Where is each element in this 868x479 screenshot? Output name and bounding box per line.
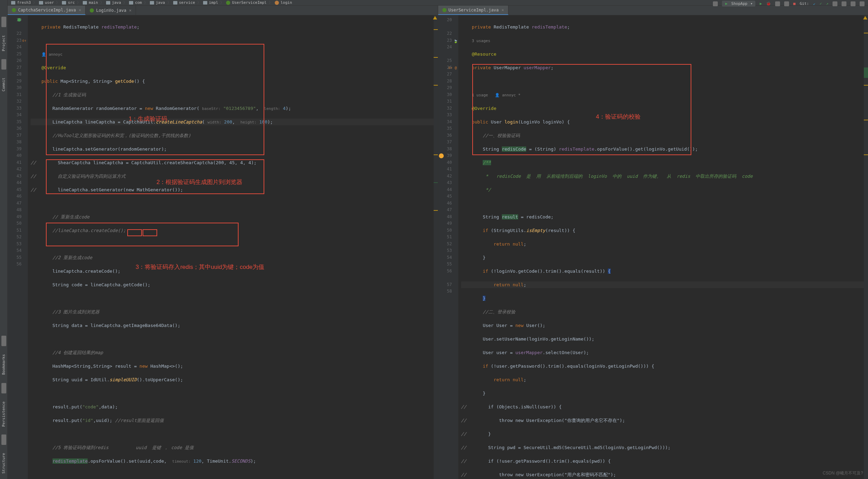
author-inlay: 👤 annoyc bbox=[41, 52, 62, 57]
tab-login-vo[interactable]: LoginVo.java × bbox=[86, 6, 136, 15]
inspection-indicator-icon[interactable] bbox=[433, 16, 437, 19]
sidebar-structure[interactable]: Structure bbox=[1, 448, 6, 479]
override-icon[interactable]: o↑ bbox=[22, 37, 26, 44]
breadcrumb[interactable]: fresh3〉 user〉 src〉 main〉 java〉 com〉 java… bbox=[8, 0, 868, 6]
hammer-icon[interactable] bbox=[713, 1, 718, 6]
java-class-icon bbox=[90, 8, 94, 13]
left-tool-sidebar[interactable]: Project Commit Bookmarks Persistence Str… bbox=[0, 0, 8, 479]
git-commit-icon[interactable]: ✓ bbox=[820, 1, 822, 6]
code-area-right[interactable]: 20 22 23🍃 24 25 26 o↑ @ 27 28 29 30 31 3… bbox=[438, 15, 868, 479]
code-left[interactable]: private RedisTemplate redisTemplate; 👤 a… bbox=[28, 15, 434, 479]
search-icon[interactable] bbox=[851, 1, 855, 6]
close-icon[interactable]: × bbox=[501, 8, 504, 13]
tabs-left: CaptchaServiceImpl.java × LoginVo.java × bbox=[8, 6, 438, 15]
folder-icon bbox=[203, 1, 207, 5]
crumb[interactable]: java bbox=[156, 0, 165, 5]
folder-icon bbox=[173, 1, 177, 5]
stop-icon[interactable]: ■ bbox=[793, 1, 796, 6]
structure-icon[interactable] bbox=[1, 434, 6, 445]
git-label: Git: bbox=[800, 1, 809, 6]
run-icon[interactable]: ▶ bbox=[760, 1, 762, 6]
usages-inlay[interactable]: 1 usage 👤 annoyc * bbox=[472, 93, 521, 97]
bookmarks-icon[interactable] bbox=[1, 336, 6, 346]
crumb[interactable]: src bbox=[68, 0, 75, 5]
tab-user-service[interactable]: UserServiceImpl.java × bbox=[438, 6, 509, 15]
folder-icon bbox=[83, 1, 87, 5]
folder-icon bbox=[62, 1, 66, 5]
scrollbar-left[interactable] bbox=[434, 15, 438, 479]
git-history-icon[interactable] bbox=[833, 1, 837, 6]
coverage-icon[interactable] bbox=[775, 1, 780, 6]
annotation-label-2: 2：根据验证码生成图片到浏览器 bbox=[156, 179, 242, 186]
sidebar-commit[interactable]: Commit bbox=[1, 72, 6, 97]
editor-pane-left: CaptchaServiceImpl.java × LoginVo.java ×… bbox=[8, 6, 438, 479]
gutter-right[interactable]: 20 22 23🍃 24 25 26 o↑ @ 27 28 29 30 31 3… bbox=[438, 15, 458, 479]
folder-icon bbox=[11, 1, 15, 5]
inspection-indicator-icon[interactable] bbox=[863, 16, 867, 19]
code-right[interactable]: private RedisTemplate redisTemplate; 3 u… bbox=[458, 15, 864, 479]
folder-icon bbox=[106, 1, 110, 5]
intention-bulb-icon[interactable] bbox=[439, 153, 444, 158]
folder-icon bbox=[39, 1, 43, 5]
folder-icon bbox=[129, 1, 133, 5]
crumb[interactable]: java bbox=[112, 0, 121, 5]
tab-captcha-service[interactable]: CaptchaServiceImpl.java × bbox=[8, 6, 86, 15]
gutter-left[interactable]: 20 22 23 o↑ 24 25 26 27 28 29 30 31 32 3… bbox=[8, 15, 28, 479]
crumb[interactable]: impl bbox=[209, 0, 218, 5]
crumb[interactable]: fresh3 bbox=[17, 0, 31, 5]
method-icon bbox=[275, 1, 279, 5]
tab-label: LoginVo.java bbox=[96, 8, 126, 13]
run-config-dropdown[interactable]: ▶ ShopApp ▾ bbox=[722, 1, 756, 7]
crumb[interactable]: service bbox=[179, 0, 195, 5]
crumb-method[interactable]: login bbox=[281, 0, 292, 5]
git-update-icon[interactable]: ↙ bbox=[813, 1, 815, 6]
settings-icon[interactable] bbox=[860, 1, 865, 6]
java-class-icon bbox=[442, 8, 447, 12]
override-icon[interactable]: o↑ @ bbox=[448, 64, 457, 71]
tabs-right: UserServiceImpl.java × bbox=[438, 6, 868, 15]
toolbar: ▶ ShopApp ▾ ▶ 🐞 ■ Git: ↙ ✓ ↗ bbox=[712, 1, 865, 7]
scrollbar-right[interactable] bbox=[864, 15, 868, 479]
close-icon[interactable]: × bbox=[129, 8, 131, 13]
sidebar-persistence[interactable]: Persistence bbox=[1, 396, 6, 432]
tab-label: CaptchaServiceImpl.java bbox=[18, 8, 76, 13]
project-icon[interactable] bbox=[1, 17, 6, 27]
profile-icon[interactable] bbox=[784, 1, 789, 6]
sidebar-project[interactable]: Project bbox=[1, 30, 6, 56]
bean-icon[interactable]: 🍃 bbox=[453, 38, 458, 45]
crumb[interactable]: com bbox=[135, 0, 142, 5]
tab-label: UserServiceImpl.java bbox=[449, 8, 499, 13]
editor-pane-right: UserServiceImpl.java × 20 22 23🍃 24 25 2… bbox=[438, 6, 868, 479]
crumb[interactable]: main bbox=[89, 0, 98, 5]
crumb[interactable]: user bbox=[45, 0, 54, 5]
commit-icon[interactable] bbox=[1, 59, 6, 70]
java-class-icon bbox=[12, 8, 16, 12]
close-icon[interactable]: × bbox=[79, 8, 81, 13]
debug-icon[interactable]: 🐞 bbox=[766, 1, 771, 6]
crumb-class[interactable]: UserServiceImpl bbox=[232, 0, 266, 5]
git-rollback-icon[interactable] bbox=[842, 1, 846, 6]
code-area-left[interactable]: 20 22 23 o↑ 24 25 26 27 28 29 30 31 32 3… bbox=[8, 15, 438, 479]
usages-inlay[interactable]: 3 usages bbox=[472, 39, 490, 43]
git-push-icon[interactable]: ↗ bbox=[826, 1, 828, 6]
vcs-marker-icon bbox=[17, 18, 21, 22]
persistence-icon[interactable] bbox=[1, 383, 6, 393]
class-icon bbox=[226, 1, 230, 5]
folder-icon bbox=[150, 1, 154, 5]
sidebar-bookmarks[interactable]: Bookmarks bbox=[1, 349, 6, 380]
watermark: CSDN @曦月不可及? bbox=[823, 470, 863, 476]
